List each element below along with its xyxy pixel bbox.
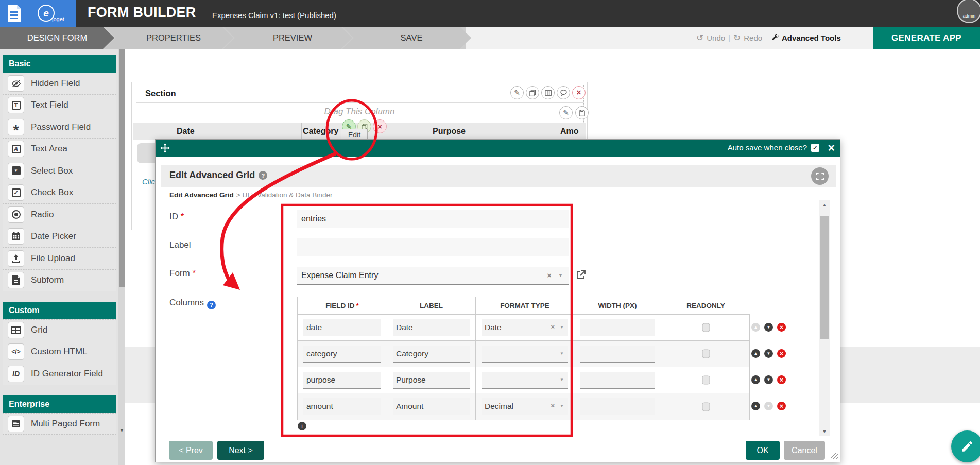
palette-item-subform[interactable]: Subform — [3, 270, 116, 292]
section-copy-icon[interactable] — [526, 86, 539, 99]
section-delete-icon[interactable]: × — [572, 86, 586, 99]
format-type-select[interactable]: ▼ — [482, 372, 568, 389]
format-caret-icon[interactable]: ▼ — [560, 404, 564, 408]
move-down-icon[interactable]: ▼ — [764, 349, 773, 358]
palette-item-custom-html[interactable]: </> Custom HTML — [3, 341, 116, 364]
format-clear-icon[interactable]: × — [551, 323, 555, 331]
palette-item-date-picker[interactable]: Date Picker — [3, 226, 116, 248]
add-row-icon[interactable]: + — [298, 422, 306, 430]
label-input[interactable] — [393, 372, 470, 389]
breadcrumb-current[interactable]: Edit Advanced Grid — [169, 191, 234, 199]
palette-item-id-generator[interactable]: ID ID Generator Field — [3, 363, 116, 385]
cancel-button[interactable]: Cancel — [784, 441, 825, 460]
close-icon[interactable]: × — [828, 141, 835, 155]
move-up-icon[interactable]: ▲ — [751, 402, 760, 410]
label-input[interactable] — [393, 398, 470, 415]
palette-item-hidden-field[interactable]: Hidden Field — [3, 73, 116, 95]
width-input[interactable] — [580, 372, 655, 389]
scroll-up-icon[interactable]: ▲ — [819, 202, 830, 208]
sidebar-scroll-down-icon[interactable]: ▼ — [119, 428, 125, 433]
grid-column-date[interactable]: Date — [177, 127, 195, 136]
palette-item-text-area[interactable]: A Text Area — [3, 139, 116, 161]
palette-item-select-box[interactable]: ▼ Select Box — [3, 160, 116, 182]
label-input[interactable] — [393, 319, 470, 336]
move-down-icon[interactable]: ▼ — [764, 375, 773, 384]
prev-button[interactable]: < Prev — [169, 441, 213, 460]
palette-item-file-upload[interactable]: File Upload — [3, 248, 116, 270]
dialog-resize-handle[interactable] — [831, 453, 838, 459]
field-id-input[interactable] — [303, 319, 381, 336]
breadcrumb-rest[interactable]: > UI > Validation & Data Binder — [236, 191, 333, 199]
tab-design-form[interactable]: DESIGN FORM — [0, 27, 114, 49]
format-clear-icon[interactable]: × — [551, 402, 555, 409]
grid-column-category[interactable]: Category — [303, 127, 338, 136]
generate-app-button[interactable]: GENERATE APP — [873, 27, 980, 49]
move-down-icon[interactable]: ▼ — [764, 323, 773, 332]
dialog-help-icon[interactable]: ? — [259, 171, 267, 180]
label-input[interactable] — [393, 346, 470, 363]
form-select-clear-icon[interactable]: × — [547, 271, 552, 280]
scroll-down-icon[interactable]: ▼ — [819, 429, 830, 434]
tab-save[interactable]: SAVE — [342, 27, 471, 49]
dialog-scrollbar[interactable]: ▲ ▼ — [819, 200, 830, 436]
readonly-checkbox[interactable] — [702, 323, 710, 332]
column-delete-icon[interactable]: × — [373, 119, 387, 133]
delete-row-icon[interactable]: × — [777, 349, 786, 358]
avatar[interactable]: admin — [957, 0, 980, 23]
form-select[interactable]: Expense Claim Entry × ▼ — [297, 267, 569, 285]
width-input[interactable] — [580, 398, 655, 415]
format-caret-icon[interactable]: ▼ — [560, 325, 564, 330]
tab-preview[interactable]: PREVIEW — [223, 27, 352, 49]
grid-column-amount[interactable]: Amo — [560, 127, 579, 136]
field-id-input[interactable] — [303, 346, 381, 363]
format-type-select[interactable]: Decimal × ▼ — [482, 398, 568, 415]
width-input[interactable] — [580, 346, 655, 363]
move-up-icon[interactable]: ▲ — [751, 349, 760, 358]
palette-item-grid[interactable]: Grid — [3, 319, 116, 341]
readonly-checkbox[interactable] — [702, 376, 710, 385]
dialog-scrollbar-thumb[interactable] — [820, 216, 829, 339]
label-input[interactable] — [297, 238, 569, 256]
width-input[interactable] — [580, 319, 655, 336]
section-edit-icon[interactable]: ✎ — [510, 86, 524, 99]
open-form-external-icon[interactable] — [576, 270, 586, 282]
sidebar-scrollbar-thumb[interactable] — [119, 49, 125, 287]
format-caret-icon[interactable]: ▼ — [560, 377, 564, 382]
advanced-tools-button[interactable]: Advanced Tools — [771, 27, 841, 49]
palette-item-check-box[interactable]: ✓ Check Box — [3, 182, 116, 204]
palette-item-multi-paged-form[interactable]: Multi Paged Form — [3, 413, 116, 435]
id-input[interactable] — [297, 210, 569, 228]
edit-fab-button[interactable] — [951, 430, 980, 462]
next-button[interactable]: Next > — [217, 441, 264, 460]
grid-edit-icon[interactable]: ✎ — [559, 106, 573, 119]
move-up-icon[interactable]: ▲ — [751, 375, 760, 384]
grid-paste-icon[interactable] — [575, 106, 589, 119]
fullscreen-icon[interactable] — [811, 167, 829, 185]
format-caret-icon[interactable]: ▼ — [560, 351, 564, 356]
form-select-caret-icon[interactable]: ▼ — [558, 273, 563, 278]
grid-column-purpose[interactable]: Purpose — [433, 127, 466, 136]
delete-row-icon[interactable]: × — [777, 323, 786, 332]
ok-button[interactable]: OK — [746, 441, 780, 460]
section-columns-icon[interactable] — [541, 86, 555, 99]
move-icon[interactable] — [160, 143, 170, 155]
palette-item-radio[interactable]: Radio — [3, 204, 116, 226]
undo-button[interactable]: Undo — [707, 33, 725, 42]
autosave-checkbox[interactable]: ✓ — [811, 144, 819, 152]
palette-item-password-field[interactable]: * Password Field — [3, 116, 116, 139]
delete-row-icon[interactable]: × — [777, 375, 786, 384]
field-id-input[interactable] — [303, 372, 381, 389]
tab-properties[interactable]: PROPERTIES — [105, 27, 233, 49]
format-type-select[interactable]: Date × ▼ — [482, 319, 568, 336]
sidebar-scrollbar[interactable]: ▼ — [118, 49, 125, 465]
columns-help-icon[interactable]: ? — [207, 301, 216, 309]
redo-button[interactable]: Redo — [744, 33, 762, 42]
delete-row-icon[interactable]: × — [777, 402, 786, 410]
field-id-input[interactable] — [303, 398, 381, 415]
format-type-select[interactable]: ▼ — [482, 346, 568, 363]
readonly-checkbox[interactable] — [702, 350, 710, 358]
dialog-titlebar[interactable]: Auto save when close? ✓ × — [156, 140, 840, 157]
section-comment-icon[interactable] — [557, 86, 570, 99]
readonly-checkbox[interactable] — [702, 402, 710, 411]
palette-item-text-field[interactable]: T Text Field — [3, 95, 116, 117]
